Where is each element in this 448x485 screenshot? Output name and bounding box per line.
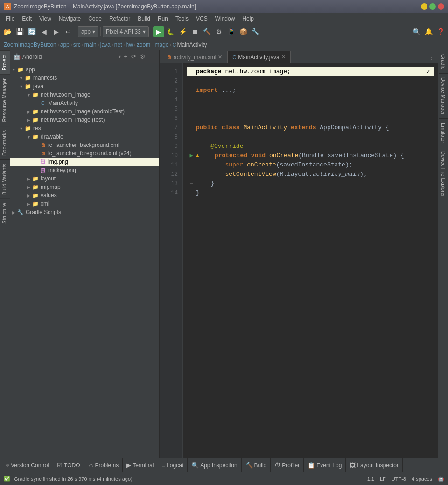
project-collapse-btn[interactable]: — [148, 52, 156, 61]
menu-tools[interactable]: Tools [172, 14, 192, 23]
run-gutter-icon[interactable]: ▶ [187, 151, 196, 160]
maximize-button[interactable] [429, 3, 436, 10]
fold-icon[interactable]: — [187, 179, 196, 188]
open-button[interactable]: 📂 [2, 26, 13, 37]
forward-button[interactable]: ▶ [50, 26, 62, 37]
avd-button[interactable]: 📱 [226, 26, 237, 37]
bottom-version-control[interactable]: ⎆ Version Control [2, 458, 53, 472]
device-dropdown[interactable]: Pixel 4 API 33 ▾ [103, 26, 149, 37]
bottom-logcat[interactable]: ≡ Logcat [158, 458, 188, 472]
tab-close-xml[interactable]: ✕ [218, 54, 222, 60]
tree-item[interactable]: ▶📁xml [10, 200, 159, 208]
bottom-terminal[interactable]: ▶ Terminal [123, 458, 158, 472]
tree-item[interactable]: ▾📁manifests [10, 74, 159, 82]
bc-zoom-image[interactable]: zoom_image [137, 42, 169, 48]
tree-item[interactable]: 🖺ic_launcher_background.xml [10, 141, 159, 149]
tree-item[interactable]: ▶🔧Gradle Scripts [10, 208, 159, 216]
project-settings-btn[interactable]: ⚙ [139, 52, 147, 61]
code-content[interactable]: package net.hw.zoom_image;✓import ...;pu… [183, 63, 438, 458]
sidebar-tab-project[interactable]: Project [0, 50, 10, 74]
minimize-button[interactable] [421, 3, 427, 10]
bottom-layout-inspector[interactable]: 🖼 Layout Inspector [346, 458, 403, 472]
back-button[interactable]: ◀ [38, 26, 49, 37]
bc-java[interactable]: java [100, 42, 111, 48]
bc-net[interactable]: net [114, 42, 122, 48]
project-sync-btn[interactable]: ⟳ [130, 52, 137, 61]
tree-item-label: net.hw.zoom_image (androidTest) [41, 108, 125, 115]
menu-vcs[interactable]: VCS [192, 14, 211, 23]
settings-button[interactable]: 🔧 [250, 26, 261, 37]
bottom-problems[interactable]: ⚠ Problems [84, 458, 123, 472]
tree-item[interactable]: ▾📁java [10, 82, 159, 90]
bc-mainactivity[interactable]: MainActivity [177, 42, 207, 48]
build-button[interactable]: 🔨 [202, 26, 213, 37]
status-indent[interactable]: 4 spaces [412, 476, 432, 482]
search-everywhere-button[interactable]: 🔍 [411, 26, 422, 37]
sidebar-tab-resource-manager[interactable]: Resource Manager [0, 74, 10, 126]
tree-item[interactable]: ▶📁net.hw.zoom_image (androidTest) [10, 107, 159, 116]
right-tab-gradle[interactable]: Gradle [439, 50, 448, 74]
bc-root[interactable]: ZoomImageByButton [4, 42, 56, 48]
sdk-button[interactable]: 📦 [238, 26, 249, 37]
notifications-button[interactable]: 🔔 [423, 26, 434, 37]
tree-item[interactable]: 🖼mickey.png [10, 166, 159, 174]
profile-button[interactable]: ⚡ [177, 26, 189, 37]
right-tab-emulator[interactable]: Emulator [439, 119, 448, 147]
tree-item[interactable]: ▶📁mipmap [10, 183, 159, 191]
menu-navigate[interactable]: Navigate [55, 14, 84, 23]
tab-mainactivity-java[interactable]: C MainActivity.java ✕ [227, 51, 290, 63]
bottom-todo[interactable]: ☑ TODO [53, 458, 84, 472]
sidebar-tab-build-variants[interactable]: Build Variants [0, 159, 10, 199]
close-button[interactable] [438, 3, 444, 10]
bc-src[interactable]: src [73, 42, 81, 48]
bottom-build[interactable]: 🔨 Build [242, 458, 271, 472]
tree-item[interactable]: CMainActivity [10, 99, 159, 107]
tree-item[interactable]: ▾📁net.hw.zoom_image [10, 90, 159, 99]
undo-button[interactable]: ↩ [63, 26, 74, 37]
debug-button[interactable]: 🐛 [165, 26, 176, 37]
bottom-profiler[interactable]: ⏱ Profiler [271, 458, 304, 472]
tree-item[interactable]: ▾📁res [10, 124, 159, 132]
run-button[interactable]: ▶ [153, 26, 164, 37]
tree-item[interactable]: ▶📁values [10, 191, 159, 200]
menu-build[interactable]: Build [134, 14, 154, 23]
tree-item[interactable]: ▶📁net.hw.zoom_image (test) [10, 116, 159, 124]
right-tab-device-manager[interactable]: Device Manager [439, 74, 448, 119]
stop-button[interactable]: ⏹ [189, 26, 201, 37]
menu-run[interactable]: Run [154, 14, 172, 23]
status-encoding[interactable]: UTF-8 [392, 476, 406, 482]
status-lf[interactable]: LF [380, 476, 386, 482]
bottom-event-log[interactable]: 📋 Event Log [304, 458, 346, 472]
tree-item[interactable]: 🖼img.png [10, 158, 159, 166]
menu-refactor[interactable]: Refactor [105, 14, 134, 23]
tree-item[interactable]: 🖺ic_launcher_foreground.xml (v24) [10, 149, 159, 158]
status-position[interactable]: 1:1 [367, 476, 374, 482]
menu-view[interactable]: View [35, 14, 55, 23]
sidebar-tab-structure[interactable]: Structure [0, 199, 10, 228]
sync-gradle-button[interactable]: ⚙ [214, 26, 225, 37]
save-button[interactable]: 💾 [14, 26, 25, 37]
bc-main[interactable]: main [84, 42, 97, 48]
module-dropdown[interactable]: app ▾ [78, 26, 98, 37]
menu-code[interactable]: Code [84, 14, 105, 23]
sync-button[interactable]: 🔄 [26, 26, 37, 37]
tree-item-label: layout [41, 175, 56, 182]
bc-hw[interactable]: hw [126, 42, 133, 48]
right-tab-device-file-explorer[interactable]: Device File Explorer [439, 147, 448, 201]
menu-window[interactable]: Window [211, 14, 239, 23]
tree-item[interactable]: ▾📁drawable [10, 132, 159, 141]
sidebar-tab-bookmarks[interactable]: Bookmarks [0, 126, 10, 159]
project-add-btn[interactable]: + [123, 52, 128, 61]
tab-activity-main-xml[interactable]: 🖺 activity_main.xml ✕ [161, 51, 227, 63]
bc-app[interactable]: app [60, 42, 70, 48]
tree-item[interactable]: ▶📁layout [10, 174, 159, 183]
menu-help[interactable]: Help [238, 14, 258, 23]
menu-file[interactable]: File [2, 14, 18, 23]
tab-overflow-btn[interactable]: ⋮ [427, 56, 436, 63]
help-button[interactable]: ❓ [435, 26, 446, 37]
tree-item[interactable]: ▾📁app [10, 65, 159, 74]
code-editor[interactable]: 1234567891011121314 package net.hw.zoom_… [160, 63, 438, 458]
bottom-app-inspection[interactable]: 🔍 App Inspection [188, 458, 241, 472]
tab-close-java[interactable]: ✕ [281, 54, 286, 60]
menu-edit[interactable]: Edit [18, 14, 35, 23]
